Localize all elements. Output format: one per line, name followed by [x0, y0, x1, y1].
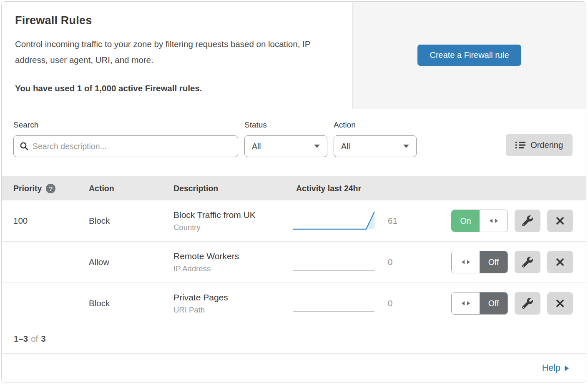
- help-link-label: Help: [542, 363, 560, 373]
- activity-count: 61: [381, 216, 435, 226]
- rule-priority: 100: [2, 216, 77, 226]
- activity-count: 0: [381, 298, 435, 308]
- search-icon: [20, 142, 29, 151]
- toggle-handle-icon: [452, 292, 480, 314]
- chevron-down-icon: [403, 145, 409, 148]
- pagination-range: 1–3: [14, 334, 28, 344]
- help-row: Help: [2, 354, 586, 382]
- ordering-button-label: Ordering: [530, 140, 563, 150]
- rule-enabled-toggle[interactable]: Off: [451, 292, 508, 315]
- page-description: Control incoming traffic to your zone by…: [15, 36, 337, 68]
- activity-sparkline: [281, 290, 381, 316]
- list-ordering-icon: [515, 141, 525, 149]
- action-select-value: All: [341, 142, 350, 151]
- table-row: Allow Remote Workers IP Address 0 Off: [2, 242, 586, 283]
- close-icon: [555, 257, 565, 267]
- priority-help-icon[interactable]: ?: [46, 184, 55, 193]
- edit-rule-button[interactable]: [515, 251, 540, 273]
- delete-rule-button[interactable]: [547, 251, 573, 273]
- toggle-on-label: On: [452, 210, 480, 232]
- rule-description: Private Pages: [173, 292, 281, 302]
- rule-match-type: URI Path: [173, 305, 281, 315]
- status-select[interactable]: All: [244, 135, 327, 157]
- rule-action: Block: [77, 216, 162, 226]
- pagination-total: 3: [41, 334, 45, 344]
- table-row: Block Private Pages URI Path 0 Off: [2, 283, 586, 324]
- ordering-button[interactable]: Ordering: [506, 134, 573, 156]
- search-input[interactable]: [33, 142, 232, 151]
- activity-sparkline: [281, 208, 381, 234]
- toggle-off-label: Off: [480, 292, 508, 314]
- firewall-rules-card: Firewall Rules Control incoming traffic …: [1, 1, 586, 383]
- filter-bar: Search Status All Action All: [2, 109, 586, 176]
- toggle-handle-icon: [480, 210, 508, 232]
- status-label: Status: [244, 120, 327, 130]
- toggle-off-label: Off: [480, 251, 508, 273]
- status-select-value: All: [252, 142, 261, 151]
- rule-enabled-toggle[interactable]: On: [451, 210, 508, 232]
- action-select[interactable]: All: [334, 135, 417, 157]
- close-icon: [555, 216, 565, 226]
- page-title: Firewall Rules: [15, 14, 339, 27]
- chevron-down-icon: [314, 145, 320, 148]
- usage-summary: You have used 1 of 1,000 active Firewall…: [15, 83, 339, 93]
- action-label: Action: [334, 120, 417, 130]
- rule-action: Allow: [77, 257, 162, 267]
- table-header: Priority ? Action Description Activity l…: [2, 176, 586, 200]
- column-action: Action: [77, 184, 162, 193]
- help-link[interactable]: Help: [542, 363, 569, 373]
- table-row: 100 Block Block Traffic from UK Country …: [2, 200, 586, 242]
- toggle-handle-icon: [452, 251, 480, 273]
- header-section: Firewall Rules Control incoming traffic …: [2, 2, 586, 109]
- rule-action: Block: [77, 298, 162, 308]
- activity-sparkline: [281, 249, 381, 275]
- pagination: 1–3 of 3: [2, 324, 586, 354]
- rule-enabled-toggle[interactable]: Off: [451, 251, 508, 273]
- wrench-icon: [522, 215, 533, 226]
- rule-match-type: IP Address: [173, 264, 281, 273]
- column-activity: Activity last 24hr: [281, 184, 361, 193]
- activity-count: 0: [381, 257, 435, 267]
- edit-rule-button[interactable]: [515, 210, 540, 232]
- search-label: Search: [13, 120, 238, 130]
- rule-match-type: Country: [173, 223, 281, 232]
- pagination-of: of: [31, 334, 38, 344]
- rule-description: Block Traffic from UK: [173, 210, 281, 220]
- create-firewall-rule-button[interactable]: Create a Firewall rule: [417, 45, 521, 66]
- column-description: Description: [162, 184, 281, 193]
- edit-rule-button[interactable]: [515, 292, 540, 315]
- column-priority: Priority: [13, 184, 42, 193]
- header-text-block: Firewall Rules Control incoming traffic …: [2, 2, 352, 109]
- header-action-panel: Create a Firewall rule: [352, 2, 586, 109]
- delete-rule-button[interactable]: [547, 210, 573, 232]
- close-icon: [555, 298, 565, 308]
- search-box[interactable]: [13, 135, 238, 157]
- delete-rule-button[interactable]: [547, 292, 573, 315]
- rule-description: Remote Workers: [173, 251, 281, 261]
- chevron-right-icon: [565, 365, 569, 371]
- wrench-icon: [522, 257, 533, 268]
- wrench-icon: [522, 298, 533, 309]
